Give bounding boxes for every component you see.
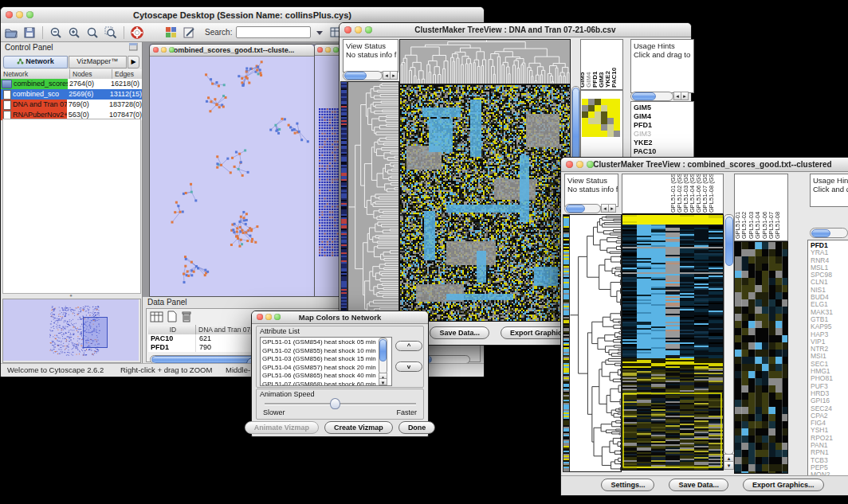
matrix-cell[interactable] [588,131,595,137]
matrix-cell[interactable] [595,99,601,105]
scroll-down-icon[interactable]: ▾ [379,378,387,385]
matrix-cell[interactable] [607,131,614,137]
save-data-button[interactable]: Save Data... [669,479,728,491]
matrix-cell[interactable] [588,99,595,105]
dialog-title-bar[interactable]: Map Colors to Network [252,311,428,324]
matrix-cell[interactable] [614,131,620,137]
attribute-list-item[interactable]: GPL51-01 (GSM854) heat shock 05 min [262,338,390,347]
matrix-cell[interactable] [582,131,588,137]
network-canvas[interactable] [150,57,312,295]
minimize-icon[interactable] [161,47,167,53]
network-table-row[interactable]: DNA and Tran 07769(0)183728(0) [1,100,142,110]
zoom-window-icon[interactable] [26,11,33,18]
matrix-cell[interactable] [601,105,607,111]
matrix-cell[interactable] [595,111,601,118]
scroll-right-icon[interactable]: ▸ [681,92,689,100]
row-dendrogram[interactable] [569,214,622,472]
help-lifering-icon[interactable] [130,25,144,40]
matrix-cell[interactable] [607,118,614,124]
minimize-icon[interactable] [325,47,331,53]
close-icon[interactable] [566,161,573,168]
matrix-cell[interactable] [582,111,588,118]
matrix-cell[interactable] [588,111,595,118]
delete-attribute-icon[interactable] [181,311,192,326]
matrix-cell[interactable] [588,105,595,111]
minimize-icon[interactable] [265,314,272,320]
zoom-window-icon[interactable] [365,26,372,33]
attribute-list-item[interactable]: GPL51-02 (GSM855) heat shock 10 min [262,347,390,356]
matrix-cell[interactable] [601,99,607,105]
search-input[interactable] [236,26,311,38]
column-label[interactable]: GPL51-08 (GSM872) [708,174,715,213]
matrix-cell[interactable] [595,105,601,111]
column-dendrogram[interactable] [399,39,571,84]
zoom-fit-icon[interactable] [85,25,100,40]
scroll-right-icon[interactable]: ▸ [608,204,616,213]
heatmap-canvas[interactable] [399,84,571,322]
similarity-matrix[interactable] [582,99,620,137]
zoom-in-icon[interactable] [67,25,81,40]
settings-button[interactable]: Settings... [601,479,654,491]
new-attribute-icon[interactable] [167,311,178,326]
matrix-cell[interactable] [582,105,588,111]
matrix-cell[interactable] [614,111,620,118]
dendrogram-hscrollbar[interactable] [564,204,601,213]
matrix-cell[interactable] [601,118,607,124]
done-button[interactable]: Done [398,421,436,434]
tab-vizmapper[interactable]: VizMapper™ [69,56,127,68]
row-label[interactable]: GIM3 [634,130,691,139]
network-tree-empty-area[interactable] [2,119,141,294]
network-table-row[interactable]: combined_sco2569(6)13112(15) [1,89,142,100]
network-view-window[interactable]: combined_scores_good.txt--cluste... [149,44,315,297]
matrix-cell[interactable] [588,118,595,124]
vizmapper-icon[interactable] [163,25,178,40]
matrix-cell[interactable] [588,124,595,131]
tab-overflow-arrow-icon[interactable]: ▶ [128,56,139,68]
global-overview-strip[interactable] [340,81,347,323]
move-up-button[interactable]: ^ [395,341,422,351]
attribute-list-vscrollbar[interactable] [379,338,387,374]
zoom-out-icon[interactable] [49,25,63,40]
dendrogram-hscrollbar[interactable] [343,71,383,80]
labels-hscrollbar[interactable] [630,92,673,101]
column-label[interactable]: PAC10 [610,68,618,88]
treeview1-title-bar[interactable]: ClusterMaker TreeView : DNA and Tran 07-… [340,23,691,37]
close-icon[interactable] [317,47,323,53]
attribute-select-icon[interactable] [150,311,163,326]
row-dendrogram[interactable] [347,81,399,323]
matrix-cell[interactable] [607,105,614,111]
zoom-window-icon[interactable] [587,161,594,168]
speed-slider-thumb[interactable] [330,398,340,409]
minimize-icon[interactable] [576,161,583,168]
matrix-cell[interactable] [595,131,601,137]
close-icon[interactable] [257,314,263,320]
matrix-cell[interactable] [607,99,614,105]
zoom-heatmap-canvas[interactable] [734,241,788,474]
export-graphics-button[interactable]: Export Graphics... [743,479,824,491]
attribute-list-item[interactable]: GPL51-06 (GSM865) heat shock 40 min [262,372,390,381]
matrix-cell[interactable] [582,118,588,124]
matrix-cell[interactable] [614,99,620,105]
matrix-cell[interactable] [607,111,614,118]
close-icon[interactable] [344,26,351,33]
matrix-cell[interactable] [595,124,601,131]
create-vizmap-button[interactable]: Create Vizmap [324,421,393,434]
search-dropdown-icon[interactable] [315,25,324,40]
save-session-icon[interactable] [22,25,37,40]
minimize-icon[interactable] [16,11,23,18]
gene-list-hscrollbar[interactable] [810,228,848,238]
open-file-icon[interactable] [4,25,18,40]
matrix-cell[interactable] [607,124,614,131]
network-overview-panel[interactable] [2,299,141,363]
speed-slider-track[interactable] [265,403,416,405]
row-label[interactable]: YKE2 [634,139,691,147]
network-table-row[interactable]: combined_scores2764(0)16218(0) [1,79,142,89]
heatmap-canvas[interactable] [622,214,724,471]
matrix-cell[interactable] [601,111,607,118]
zoom-selected-icon[interactable] [104,25,118,40]
matrix-cell[interactable] [582,124,588,131]
row-label[interactable]: PAC10 [634,147,691,156]
scroll-down-icon[interactable]: ▾ [724,461,734,470]
matrix-cell[interactable] [601,124,607,131]
attribute-list-item[interactable]: GPL51-03 (GSM856) heat shock 15 min [262,355,390,364]
